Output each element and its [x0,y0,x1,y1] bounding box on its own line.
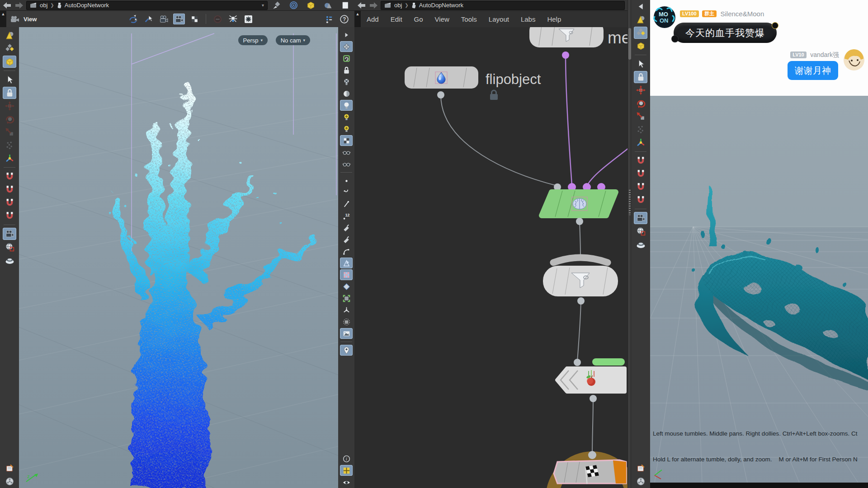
menu-add[interactable]: Add [361,11,385,27]
forward-arrow-icon[interactable] [369,2,378,9]
reel-icon[interactable] [3,475,16,488]
rotate-icon[interactable] [634,97,647,109]
globe-icon[interactable] [3,241,16,253]
sort-icon[interactable] [323,14,335,24]
breadcrumb-current[interactable]: AutoDopNetwork [419,2,463,9]
node-input-dot[interactable] [588,451,596,459]
eye-icon[interactable] [340,477,353,488]
node-flipobject[interactable] [405,66,478,99]
chat-bubble-sticker[interactable]: 今天的血手我赞爆 [674,23,777,43]
trowel12-icon[interactable] [340,234,353,245]
node-merge[interactable] [543,258,618,305]
needle-icon[interactable] [340,199,353,210]
chat-bubble[interactable]: 谢谢月神 [788,61,838,80]
notebook-icon[interactable] [634,462,647,474]
help-icon[interactable]: ? [338,14,350,24]
cone-icon[interactable] [634,14,647,26]
normals-icon[interactable] [340,258,353,268]
grid-diamond-icon[interactable] [340,41,353,52]
lock-icon[interactable] [340,65,353,75]
globe-icon[interactable] [634,225,647,237]
avatar[interactable] [843,49,865,71]
recycle-icon[interactable] [340,53,353,64]
magnet-grid-icon[interactable] [634,155,647,167]
breadcrumb-dropdown-icon[interactable]: ▾ [262,3,264,8]
node-output[interactable] [552,451,627,488]
magnet-grid-icon[interactable] [3,170,16,183]
move-icon[interactable] [634,84,647,96]
glasses-play-icon[interactable] [340,159,353,169]
pane-expand-up[interactable]: ▲ [0,11,6,27]
magnet-curve-icon[interactable] [3,183,16,196]
scene-viewport[interactable]: Persp▾ No cam▾ [19,27,338,488]
bulb-plus2-icon[interactable] [340,123,353,134]
back-arrow-icon[interactable] [3,2,12,9]
move-icon[interactable] [3,100,16,112]
curvehandle-icon[interactable] [340,246,353,257]
node-output-dot[interactable] [590,395,597,402]
headlight-icon[interactable] [340,88,353,99]
forward-arrow-icon[interactable] [14,2,24,9]
node-flipsolver[interactable] [542,183,616,225]
render-viewport[interactable]: MO ON LV100 群主 Silence&Moon 今天的血手我赞爆 LV1… [650,0,868,488]
flipbook-icon[interactable] [3,254,16,266]
network-canvas[interactable]: me flipobject [354,27,627,488]
chat-username[interactable]: Silence&Moon [721,10,764,18]
axis-icon[interactable] [634,136,647,149]
node-output-dot[interactable] [562,52,569,59]
info-icon[interactable]: i [340,453,353,464]
diamonds-icon[interactable] [3,42,16,55]
viewtool-icon[interactable] [634,212,647,224]
gear-icon[interactable] [242,14,254,24]
cube-view-icon[interactable] [305,0,316,11]
bulb-icon[interactable] [340,100,353,111]
scale-icon[interactable] [634,110,647,122]
dot-icon[interactable] [340,175,353,186]
breadcrumb[interactable]: obj ❯ AutoDopNetwork [381,1,625,10]
breadcrumb-root[interactable]: obj [394,2,402,9]
square-view-icon[interactable] [339,0,351,11]
cone-icon[interactable] [3,29,16,42]
node-input-dot[interactable] [574,359,581,366]
persp-camera-button[interactable]: Persp▾ [238,35,268,45]
node-output-dot[interactable] [437,91,444,99]
pane-tab-title[interactable]: View [24,16,37,23]
diamonds-icon[interactable] [634,27,647,39]
radar-icon[interactable] [288,0,299,11]
magnet-icon[interactable] [3,210,16,222]
flipbook-icon[interactable] [634,238,647,250]
node-output-dot[interactable] [576,218,583,225]
breadcrumb-root[interactable]: obj [40,2,47,9]
bulb-plus-icon[interactable] [340,112,353,122]
chat-username[interactable]: vandark强 [810,51,839,58]
reel-icon[interactable] [634,475,647,488]
magnet-icon[interactable] [634,194,647,206]
texture-icon[interactable] [340,269,353,280]
pose-icon[interactable] [634,123,647,136]
tumble-icon[interactable] [127,14,139,24]
num12-icon[interactable]: 12 [340,211,353,221]
axis-icon[interactable] [3,152,16,164]
breadcrumb-current[interactable]: AutoDopNetwork [65,2,109,9]
menu-go[interactable]: Go [408,11,429,27]
hook-icon[interactable] [340,187,353,198]
no-cam-button[interactable]: No cam▾ [276,35,310,45]
frame-icon[interactable] [340,293,353,304]
menu-layout[interactable]: Layout [483,11,515,27]
pin-icon[interactable] [270,0,282,11]
glasses-icon[interactable] [340,147,353,158]
viewtool-icon[interactable] [3,228,16,240]
cube-icon[interactable] [3,56,16,68]
sphere-view-icon[interactable] [322,0,334,11]
bulb-x-icon[interactable] [340,76,353,87]
notebook-icon[interactable] [3,462,16,474]
menu-labs[interactable]: Labs [515,11,542,27]
eqlines-icon[interactable] [340,316,353,327]
wheel-icon[interactable] [340,305,353,315]
node-gravity[interactable] [557,358,625,402]
pin-map-icon[interactable] [340,345,353,356]
pose-icon[interactable] [3,139,16,151]
filmcam-icon[interactable] [173,14,185,24]
menu-tools[interactable]: Tools [455,11,483,27]
checker-cube-icon[interactable] [340,135,353,146]
